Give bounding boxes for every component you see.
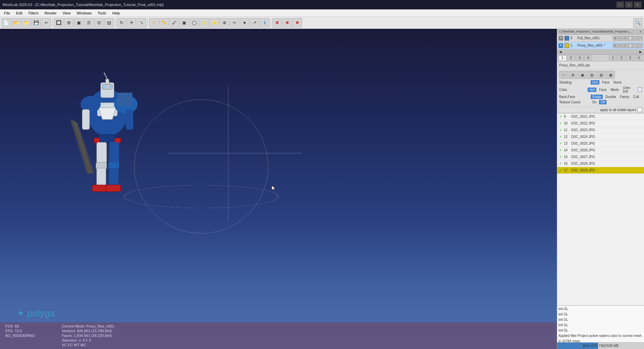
viewport[interactable]: ✦ polyga FOV: 60 FPS: 73.0 BO_RENDERING … [0, 29, 557, 349]
raster-item-16[interactable]: ✓ 16 DSC_0028.JPG [557, 160, 644, 167]
menu-filters[interactable]: Filters [26, 10, 41, 16]
color-face[interactable]: Face [598, 88, 608, 92]
color-vert[interactable]: Vert [588, 88, 596, 92]
rp-close-button[interactable]: × [640, 30, 642, 34]
raster-item-9[interactable]: ✓ 9 DSC_0021.JPG [557, 113, 644, 120]
rc-icon-2[interactable]: ⊞ [569, 71, 577, 79]
backface-cull[interactable]: Cull [632, 95, 640, 99]
maximize-button[interactable]: □ [625, 2, 633, 8]
raster-item-14[interactable]: ✓ 14 DSC_0026.JPG [557, 147, 644, 154]
rc-icon-3[interactable]: ▣ [578, 71, 587, 79]
tb-lasso[interactable]: ◯ [190, 18, 199, 28]
color-swatch[interactable] [638, 87, 642, 92]
tb-x3[interactable]: ✖ [292, 18, 302, 28]
tb-open[interactable]: 📂 [11, 18, 21, 28]
texcoord-off[interactable]: Off [599, 100, 606, 104]
tb-view2[interactable]: ⊞ [64, 18, 73, 28]
scroll-left-btn[interactable]: ◀ [559, 50, 562, 54]
tb-new[interactable]: 📄 [1, 18, 11, 28]
li-icon-1-5[interactable]: ↑ [633, 43, 638, 48]
backface-double[interactable]: Double [604, 95, 618, 99]
raster-item-10[interactable]: ✓ 10 DSC_0022.JPG [557, 120, 644, 127]
tb-view3[interactable]: ▣ [74, 18, 84, 28]
tb-save[interactable]: 💾 [32, 18, 41, 28]
li-icon-0-2[interactable]: ▸ [618, 36, 623, 41]
tb-sphere[interactable]: ⊕ [220, 18, 229, 28]
minimize-button[interactable]: − [616, 2, 624, 8]
tab1-3[interactable]: 3 [576, 55, 584, 60]
tb-magic[interactable]: ✨ [200, 18, 209, 28]
tb-select[interactable]: ▣ [179, 18, 189, 28]
apply-checkbox[interactable] [638, 108, 642, 112]
li-icon-1-4[interactable]: 📋 [628, 43, 633, 48]
shading-face[interactable]: Face [601, 80, 611, 85]
tb-x1[interactable]: ✖ [272, 18, 282, 28]
color-userdef[interactable]: User-Def [622, 86, 636, 94]
raster-item-15[interactable]: ✓ 15 DSC_0027.JPG [557, 154, 644, 160]
tb-info[interactable]: ℹ [260, 18, 269, 28]
raster-item-12[interactable]: ✓ 12 DSC_0024.JPG [557, 134, 644, 140]
layer-item-0[interactable]: 👁 0 Full_Res_v001 ⊞ ▸ S 📋 ↑ → [557, 35, 644, 42]
menu-view[interactable]: View [60, 10, 73, 16]
li-icon-0-3[interactable]: S [623, 36, 628, 41]
rc-icon-5[interactable]: ▥ [597, 71, 605, 79]
tb-rotate[interactable]: ↻ [117, 18, 126, 28]
tb-measure[interactable]: 📏 [159, 18, 169, 28]
tb-warning[interactable]: ⚠ [149, 18, 159, 28]
menu-file[interactable]: File [1, 10, 13, 16]
tb-move[interactable]: ✛ [127, 18, 136, 28]
color-mesh[interactable]: Mesh [609, 88, 620, 92]
raster-item-17[interactable]: ✓ 17 DSC_0029.JPG [557, 167, 644, 174]
tb-search[interactable]: 🔍 [633, 18, 643, 28]
rc-icon-6[interactable]: ▦ [606, 71, 615, 79]
li-icon-0-6[interactable]: → [638, 36, 643, 41]
tb-view6[interactable]: ▤ [104, 18, 114, 28]
tab1-1[interactable]: 1 [558, 55, 567, 60]
tb-undo[interactable]: ↩ [42, 18, 51, 28]
layer-eye-1[interactable]: 👁 [558, 43, 563, 48]
li-icon-1-3[interactable]: S [623, 43, 628, 48]
menu-help[interactable]: Help [110, 10, 123, 16]
shading-vert[interactable]: Vert [591, 80, 599, 85]
tb-view4[interactable]: ☰ [84, 18, 94, 28]
tab1-2[interactable]: 2 [567, 55, 575, 60]
menu-render[interactable]: Render [42, 10, 59, 16]
li-icon-0-4[interactable]: 📋 [628, 36, 633, 41]
shading-none[interactable]: None [612, 80, 623, 85]
raster-list[interactable]: ✓ 9 DSC_0021.JPG ✓ 10 DSC_0022.JPG ✓ 11 … [557, 113, 644, 305]
texcoord-on[interactable]: On [591, 100, 598, 104]
tb-cut[interactable]: ✂ [230, 18, 239, 28]
li-icon-0-5[interactable]: ↑ [633, 36, 638, 41]
tab2-1[interactable]: 1 [609, 55, 617, 60]
tab2-4[interactable]: 4 [635, 55, 643, 60]
tb-arrow[interactable]: ➤ [240, 18, 249, 28]
backface-single[interactable]: Single [591, 95, 603, 99]
tab2-2[interactable]: 2 [618, 55, 626, 60]
tb-pick[interactable]: 🖊 [169, 18, 179, 28]
scroll-right-btn[interactable]: ▶ [639, 50, 642, 54]
rc-icon-1[interactable]: □ [559, 71, 568, 79]
layer-eye-0[interactable]: 👁 [558, 36, 563, 41]
tb-scale[interactable]: ⤡ [137, 18, 146, 28]
tab2-3[interactable]: 3 [626, 55, 634, 60]
tb-view1[interactable]: 🔲 [54, 18, 63, 28]
menu-edit[interactable]: Edit [13, 10, 25, 16]
li-icon-0-1[interactable]: ⊞ [613, 36, 618, 41]
tab1-4[interactable]: 4 [584, 55, 592, 60]
tb-open2[interactable]: 📁 [21, 18, 31, 28]
tb-arrow2[interactable]: ↗ [250, 18, 259, 28]
close-button[interactable]: × [634, 2, 641, 8]
raster-item-13[interactable]: ✓ 13 DSC_0025.JPG [557, 140, 644, 147]
layer-item-1[interactable]: 👁 1 Proxy_Res_v001 * ⊞ ▸ S 📋 ↑ → [557, 42, 644, 49]
backface-fancy[interactable]: Fancy [619, 95, 631, 99]
raster-item-11[interactable]: ✓ 11 DSC_0023.JPG [557, 127, 644, 134]
rc-icon-4[interactable]: ▤ [587, 71, 596, 79]
tb-star[interactable]: ⭐ [210, 18, 219, 28]
menu-windows[interactable]: Windows [74, 10, 94, 16]
li-icon-1-2[interactable]: ▸ [618, 43, 623, 48]
tb-view5[interactable]: ⊟ [94, 18, 104, 28]
menu-tools[interactable]: Tools [95, 10, 109, 16]
tb-x2[interactable]: ✖ [282, 18, 292, 28]
li-icon-1-6[interactable]: → [638, 43, 643, 48]
li-icon-1-1[interactable]: ⊞ [613, 43, 618, 48]
